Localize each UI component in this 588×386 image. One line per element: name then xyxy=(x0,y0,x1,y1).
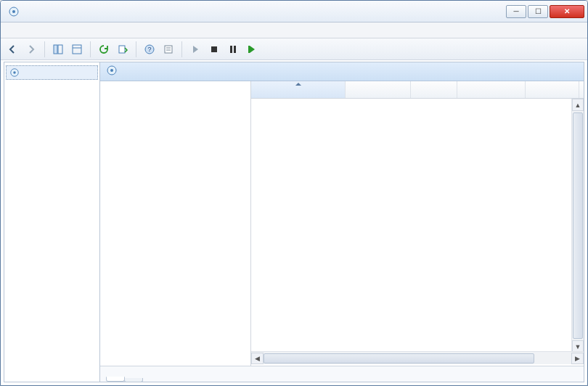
separator xyxy=(136,41,136,57)
column-description[interactable] xyxy=(346,81,411,98)
tool-bar: ? xyxy=(1,38,587,60)
scroll-up-button[interactable]: ▲ xyxy=(572,99,584,111)
svg-rect-6 xyxy=(119,46,125,53)
vscroll-thumb[interactable] xyxy=(573,112,583,339)
scroll-right-button[interactable]: ▶ xyxy=(571,353,584,364)
detail-pane-button[interactable] xyxy=(68,41,86,58)
export-list-button[interactable] xyxy=(114,41,131,58)
vertical-scrollbar[interactable]: ▲ ▼ xyxy=(571,99,584,353)
svg-point-19 xyxy=(110,69,113,72)
rows-container[interactable] xyxy=(251,99,584,351)
column-status[interactable] xyxy=(411,81,457,98)
pause-service-button[interactable] xyxy=(224,41,242,58)
svg-point-1 xyxy=(12,10,15,13)
svg-rect-2 xyxy=(54,45,57,54)
svg-rect-4 xyxy=(73,45,81,54)
services-window: ─ ☐ ✕ ? xyxy=(0,0,588,386)
menu-action[interactable] xyxy=(20,29,31,32)
maximize-button[interactable]: ☐ xyxy=(528,5,548,18)
help-button[interactable]: ? xyxy=(141,41,158,58)
view-tabs xyxy=(100,366,584,382)
right-pane: ▲ ▼ ◀ ▶ xyxy=(100,62,584,382)
hscroll-thumb[interactable] xyxy=(264,353,534,364)
menu-bar xyxy=(1,22,587,38)
tree-node-services-local[interactable] xyxy=(6,65,98,80)
column-log-on-as[interactable] xyxy=(526,81,579,98)
tab-extended[interactable] xyxy=(106,377,125,382)
scroll-left-button[interactable]: ◀ xyxy=(251,353,264,364)
separator xyxy=(44,41,45,57)
window-buttons: ─ ☐ ✕ xyxy=(506,5,584,18)
properties-button[interactable] xyxy=(160,41,177,58)
service-list: ▲ ▼ ◀ ▶ xyxy=(251,81,584,366)
column-headers xyxy=(251,81,584,99)
tab-standard[interactable] xyxy=(124,378,143,382)
detail-pane xyxy=(100,81,251,366)
column-name[interactable] xyxy=(251,81,346,98)
svg-rect-3 xyxy=(58,45,62,54)
svg-text:?: ? xyxy=(147,46,151,53)
pane-header xyxy=(100,62,584,81)
back-button[interactable] xyxy=(4,41,21,58)
gear-icon xyxy=(9,67,20,78)
svg-rect-13 xyxy=(230,46,232,53)
main-body: ▲ ▼ ◀ ▶ xyxy=(4,62,584,382)
menu-file[interactable] xyxy=(5,29,17,32)
forward-button[interactable] xyxy=(23,41,40,58)
title-bar[interactable]: ─ ☐ ✕ xyxy=(1,1,587,22)
svg-point-17 xyxy=(13,71,16,74)
svg-rect-9 xyxy=(165,46,172,53)
close-button[interactable]: ✕ xyxy=(550,5,584,18)
show-hide-tree-button[interactable] xyxy=(49,41,67,58)
menu-help[interactable] xyxy=(49,29,60,32)
tree-pane[interactable] xyxy=(4,62,100,382)
start-service-button[interactable] xyxy=(187,41,204,58)
svg-rect-12 xyxy=(211,46,217,52)
restart-service-button[interactable] xyxy=(243,41,261,58)
hscroll-track[interactable] xyxy=(264,353,571,364)
separator xyxy=(90,41,91,57)
svg-rect-14 xyxy=(234,46,236,53)
gear-icon xyxy=(106,65,118,78)
horizontal-scrollbar[interactable]: ◀ ▶ xyxy=(251,351,584,364)
menu-view[interactable] xyxy=(34,29,46,32)
minimize-button[interactable]: ─ xyxy=(506,5,526,18)
column-startup-type[interactable] xyxy=(457,81,526,98)
app-icon xyxy=(8,6,20,17)
separator xyxy=(181,41,182,57)
stop-service-button[interactable] xyxy=(205,41,223,58)
content-panes: ▲ ▼ ◀ ▶ xyxy=(100,81,584,366)
refresh-button[interactable] xyxy=(95,41,113,58)
svg-rect-15 xyxy=(248,46,250,53)
